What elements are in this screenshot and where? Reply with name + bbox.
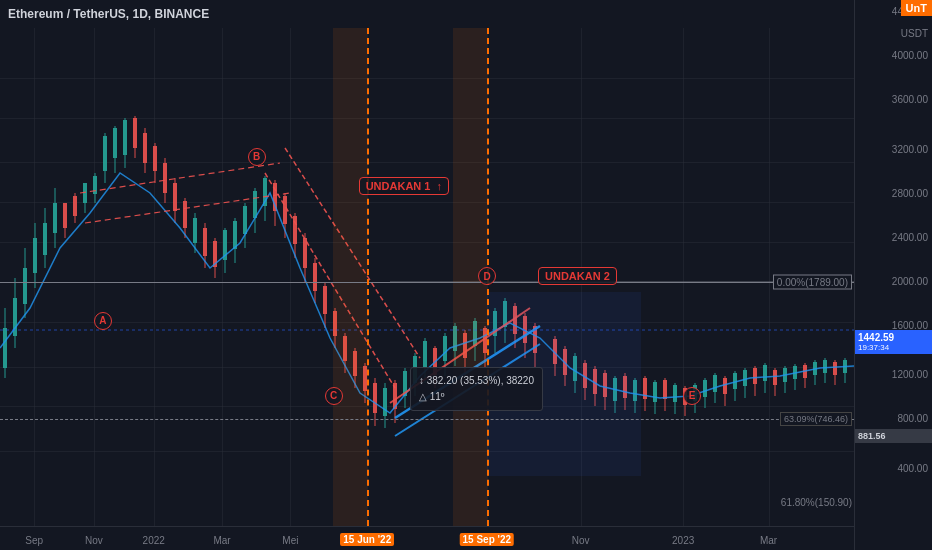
svg-rect-77: [383, 388, 387, 416]
time-mar: Mar: [213, 535, 230, 546]
chart-area: UNDAKAN 1 ↑ UNDAKAN 2 A B C D E ↕ 382.20…: [0, 28, 854, 526]
usdt-label: USDT: [901, 28, 928, 39]
time-2022: 2022: [143, 535, 165, 546]
svg-rect-25: [123, 120, 127, 155]
time-mei: Mei: [282, 535, 298, 546]
svg-rect-143: [723, 378, 727, 394]
svg-rect-131: [663, 380, 667, 399]
svg-rect-35: [173, 183, 177, 211]
pair-label: Ethereum / TetherUS, 1D, BINANCE: [8, 7, 209, 21]
time-nov: Nov: [85, 535, 103, 546]
price-2000: 2000.00: [892, 275, 928, 286]
svg-rect-39: [193, 218, 197, 243]
info-line1: ↕ 382.20 (35.53%), 38220: [419, 373, 534, 389]
time-sep: Sep: [25, 535, 43, 546]
price-400: 400.00: [897, 462, 928, 473]
undakan1-box: UNDAKAN 1 ↑: [359, 177, 449, 195]
time-sep22: 15 Sep '22: [460, 533, 515, 546]
point-e: E: [683, 387, 701, 405]
svg-rect-59: [293, 216, 297, 244]
svg-rect-151: [763, 365, 767, 381]
svg-rect-21: [103, 136, 107, 171]
unt-badge: UnT: [901, 0, 932, 16]
svg-rect-7: [33, 238, 37, 273]
svg-rect-141: [713, 375, 717, 392]
svg-rect-49: [243, 206, 247, 234]
level-0-line: [0, 282, 854, 283]
dotted-label: 63.09%(746.46): [780, 412, 852, 426]
svg-rect-27: [133, 118, 137, 148]
svg-rect-163: [823, 360, 827, 373]
svg-rect-149: [753, 368, 757, 384]
price-800: 800.00: [897, 413, 928, 424]
chart-svg: [0, 28, 854, 526]
svg-rect-147: [743, 370, 747, 386]
svg-line-168: [80, 163, 280, 193]
svg-rect-47: [233, 221, 237, 249]
price-3600: 3600.00: [892, 94, 928, 105]
undakan2-box: UNDAKAN 2: [538, 267, 617, 285]
time-2023: 2023: [672, 535, 694, 546]
info-line2: △ 11º: [419, 389, 534, 405]
svg-rect-129: [653, 382, 657, 402]
vline-jun22: [367, 28, 369, 526]
svg-rect-31: [153, 146, 157, 171]
time-nov2: Nov: [572, 535, 590, 546]
svg-rect-1: [3, 328, 7, 368]
price-2400: 2400.00: [892, 231, 928, 242]
point-a: A: [94, 312, 112, 330]
price-4000: 4000.00: [892, 50, 928, 61]
fib-label: 61.80%(150.90): [781, 497, 852, 508]
price-2800: 2800.00: [892, 187, 928, 198]
svg-rect-153: [773, 370, 777, 385]
price-3200: 3200.00: [892, 143, 928, 154]
info-box: ↕ 382.20 (35.53%), 38220 △ 11º: [410, 367, 543, 411]
svg-rect-9: [43, 223, 47, 255]
svg-rect-85: [423, 341, 427, 367]
svg-rect-139: [703, 380, 707, 397]
svg-rect-165: [833, 362, 837, 375]
top-bar: Ethereum / TetherUS, 1D, BINANCE: [0, 0, 932, 28]
eth-badge: 1442.59 19:37:34: [855, 330, 932, 354]
svg-rect-13: [63, 203, 67, 228]
svg-rect-33: [163, 163, 167, 193]
svg-rect-41: [203, 228, 207, 256]
svg-rect-23: [113, 128, 117, 158]
time-jun22: 15 Jun '22: [340, 533, 394, 546]
price-1600: 1600.00: [892, 319, 928, 330]
svg-rect-75: [373, 383, 377, 413]
point-c: C: [325, 387, 343, 405]
svg-rect-51: [253, 191, 257, 218]
svg-rect-15: [73, 196, 77, 216]
svg-rect-133: [673, 385, 677, 402]
svg-rect-63: [313, 263, 317, 291]
svg-rect-57: [283, 196, 287, 224]
price-1200: 1200.00: [892, 369, 928, 380]
point-b: B: [248, 148, 266, 166]
dotted-line: [0, 419, 854, 420]
level-0-label: 0.00%(1789.00): [773, 274, 852, 289]
time-axis: Sep Nov 2022 Mar Mei 15 Jun '22 15 Sep '…: [0, 526, 854, 550]
svg-rect-5: [23, 268, 27, 304]
price-axis: USDT 4400.00 4000.00 3600.00 3200.00 280…: [854, 0, 932, 550]
svg-rect-29: [143, 133, 147, 163]
jun22-highlight: [333, 28, 367, 526]
svg-rect-37: [183, 201, 187, 228]
dotted-price-badge: 881.56: [855, 429, 932, 443]
svg-line-169: [85, 193, 290, 223]
svg-rect-65: [323, 286, 327, 314]
chart-container: Ethereum / TetherUS, 1D, BINANCE UnT: [0, 0, 932, 550]
time-mar2: Mar: [760, 535, 777, 546]
svg-rect-11: [53, 203, 57, 233]
svg-rect-89: [443, 336, 447, 361]
